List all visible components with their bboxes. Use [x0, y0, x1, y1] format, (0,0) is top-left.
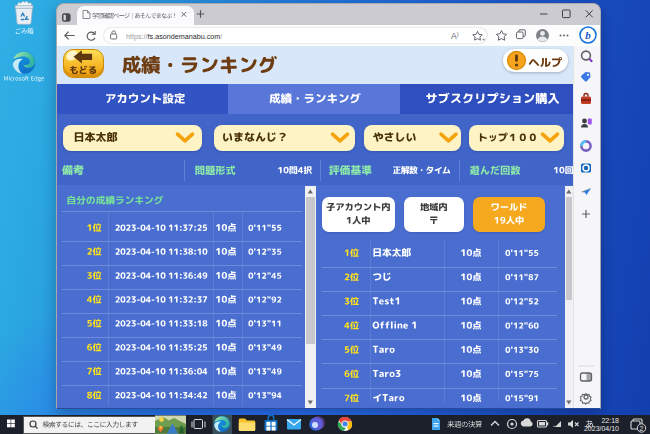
svg-text:+: + — [482, 36, 485, 42]
svg-text:A): A) — [451, 31, 459, 41]
svg-text:2: 2 — [640, 425, 644, 432]
svg-text:b: b — [585, 29, 591, 41]
svg-text:22:18: 22:18 — [601, 417, 619, 424]
svg-text:https://fs.asondemanabu.com/: https://fs.asondemanabu.com/ — [126, 32, 222, 41]
svg-text:2023/04/10: 2023/04/10 — [584, 425, 619, 432]
